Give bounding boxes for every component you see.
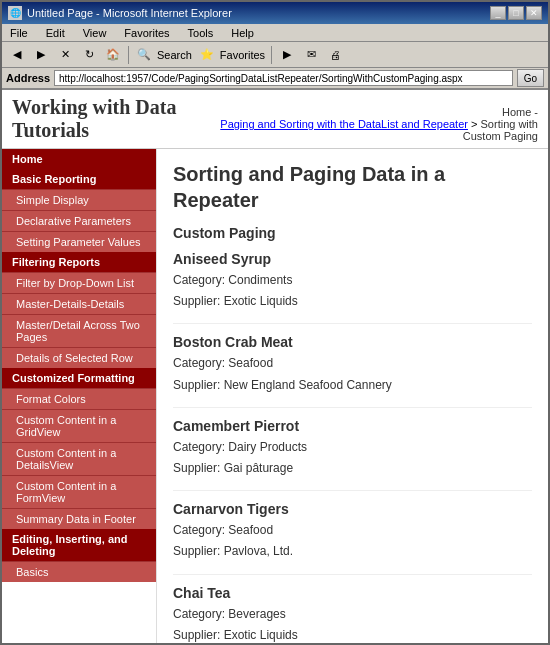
sidebar-section-filtering-reports[interactable]: Filtering Reports bbox=[2, 252, 156, 272]
home-button[interactable]: 🏠 bbox=[102, 45, 124, 65]
address-input[interactable] bbox=[54, 70, 513, 86]
breadcrumb-home: Home - bbox=[502, 106, 538, 118]
product-block-1: Aniseed Syrup Category: Condiments Suppl… bbox=[173, 251, 532, 324]
product-category-4: Category: Seafood bbox=[173, 521, 532, 540]
ie-icon: 🌐 bbox=[8, 6, 22, 20]
sidebar-item-setting-parameter-values[interactable]: Setting Parameter Values bbox=[2, 231, 156, 252]
product-name-1: Aniseed Syrup bbox=[173, 251, 532, 267]
breadcrumb: Home - Paging and Sorting with the DataL… bbox=[214, 106, 538, 142]
product-name-4: Carnarvon Tigers bbox=[173, 501, 532, 517]
menu-favorites[interactable]: Favorites bbox=[120, 27, 173, 39]
search-label: Search bbox=[157, 49, 192, 61]
menu-view[interactable]: View bbox=[79, 27, 111, 39]
window-title: Untitled Page - Microsoft Internet Explo… bbox=[27, 7, 232, 19]
product-category-3: Category: Dairy Products bbox=[173, 438, 532, 457]
site-title: Working with Data Tutorials bbox=[12, 96, 214, 142]
print-button[interactable]: 🖨 bbox=[324, 45, 346, 65]
sidebar-section-basic-reporting[interactable]: Basic Reporting bbox=[2, 169, 156, 189]
back-button[interactable]: ◀ bbox=[6, 45, 28, 65]
refresh-button[interactable]: ↻ bbox=[78, 45, 100, 65]
sidebar-item-master-detail-two-pages[interactable]: Master/Detail Across Two Pages bbox=[2, 314, 156, 347]
sidebar-item-declarative-parameters[interactable]: Declarative Parameters bbox=[2, 210, 156, 231]
sidebar-item-custom-content-detailsview[interactable]: Custom Content in a DetailsView bbox=[2, 442, 156, 475]
mail-button[interactable]: ✉ bbox=[300, 45, 322, 65]
favorites-button[interactable]: ⭐ bbox=[196, 45, 218, 65]
address-label: Address bbox=[6, 72, 50, 84]
search-button[interactable]: 🔍 bbox=[133, 45, 155, 65]
product-supplier-4: Supplier: Pavlova, Ltd. bbox=[173, 542, 532, 561]
sidebar-item-custom-content-formview[interactable]: Custom Content in a FormView bbox=[2, 475, 156, 508]
product-category-5: Category: Beverages bbox=[173, 605, 532, 624]
product-name-2: Boston Crab Meat bbox=[173, 334, 532, 350]
sidebar-section-customized-formatting[interactable]: Customized Formatting bbox=[2, 368, 156, 388]
content-layout: Home Basic Reporting Simple Display Decl… bbox=[2, 149, 548, 645]
product-category-2: Category: Seafood bbox=[173, 354, 532, 373]
close-button[interactable]: ✕ bbox=[526, 6, 542, 20]
sidebar-item-basics[interactable]: Basics bbox=[2, 561, 156, 582]
product-name-3: Camembert Pierrot bbox=[173, 418, 532, 434]
address-bar: Address Go bbox=[2, 68, 548, 90]
breadcrumb-sep2: > bbox=[471, 118, 480, 130]
window-controls[interactable]: _ □ ✕ bbox=[490, 6, 542, 20]
main-content: Sorting and Paging Data in a Repeater Cu… bbox=[157, 149, 548, 645]
forward-button[interactable]: ▶ bbox=[30, 45, 52, 65]
product-category-1: Category: Condiments bbox=[173, 271, 532, 290]
minimize-button[interactable]: _ bbox=[490, 6, 506, 20]
page-title: Sorting and Paging Data in a Repeater bbox=[173, 161, 532, 213]
sidebar-item-summary-data-footer[interactable]: Summary Data in Footer bbox=[2, 508, 156, 529]
stop-button[interactable]: ✕ bbox=[54, 45, 76, 65]
sidebar-item-format-colors[interactable]: Format Colors bbox=[2, 388, 156, 409]
section-heading: Custom Paging bbox=[173, 225, 532, 241]
media-button[interactable]: ▶ bbox=[276, 45, 298, 65]
sidebar: Home Basic Reporting Simple Display Decl… bbox=[2, 149, 157, 645]
product-block-5: Chai Tea Category: Beverages Supplier: E… bbox=[173, 585, 532, 646]
sidebar-item-home[interactable]: Home bbox=[2, 149, 156, 169]
toolbar-separator bbox=[128, 46, 129, 64]
product-supplier-1: Supplier: Exotic Liquids bbox=[173, 292, 532, 311]
menu-edit[interactable]: Edit bbox=[42, 27, 69, 39]
title-bar: 🌐 Untitled Page - Microsoft Internet Exp… bbox=[2, 2, 548, 24]
site-header: Working with Data Tutorials Home - Pagin… bbox=[2, 90, 548, 149]
sidebar-item-custom-content-gridview[interactable]: Custom Content in a GridView bbox=[2, 409, 156, 442]
product-supplier-3: Supplier: Gai pâturage bbox=[173, 459, 532, 478]
sidebar-item-filter-dropdown[interactable]: Filter by Drop-Down List bbox=[2, 272, 156, 293]
sidebar-item-master-details[interactable]: Master-Details-Details bbox=[2, 293, 156, 314]
sidebar-item-details-selected-row[interactable]: Details of Selected Row bbox=[2, 347, 156, 368]
menu-bar: File Edit View Favorites Tools Help bbox=[2, 24, 548, 42]
product-block-3: Camembert Pierrot Category: Dairy Produc… bbox=[173, 418, 532, 491]
menu-help[interactable]: Help bbox=[227, 27, 258, 39]
toolbar: ◀ ▶ ✕ ↻ 🏠 🔍 Search ⭐ Favorites ▶ ✉ 🖨 bbox=[2, 42, 548, 68]
sidebar-item-simple-display[interactable]: Simple Display bbox=[2, 189, 156, 210]
go-button[interactable]: Go bbox=[517, 69, 544, 87]
breadcrumb-link1[interactable]: Paging and Sorting with the DataList and… bbox=[220, 118, 468, 130]
favorites-label: Favorites bbox=[220, 49, 265, 61]
product-block-2: Boston Crab Meat Category: Seafood Suppl… bbox=[173, 334, 532, 407]
product-supplier-5: Supplier: Exotic Liquids bbox=[173, 626, 532, 645]
product-supplier-2: Supplier: New England Seafood Cannery bbox=[173, 376, 532, 395]
sidebar-section-editing[interactable]: Editing, Inserting, and Deleting bbox=[2, 529, 156, 561]
product-block-4: Carnarvon Tigers Category: Seafood Suppl… bbox=[173, 501, 532, 574]
product-name-5: Chai Tea bbox=[173, 585, 532, 601]
toolbar-separator2 bbox=[271, 46, 272, 64]
menu-file[interactable]: File bbox=[6, 27, 32, 39]
menu-tools[interactable]: Tools bbox=[184, 27, 218, 39]
maximize-button[interactable]: □ bbox=[508, 6, 524, 20]
